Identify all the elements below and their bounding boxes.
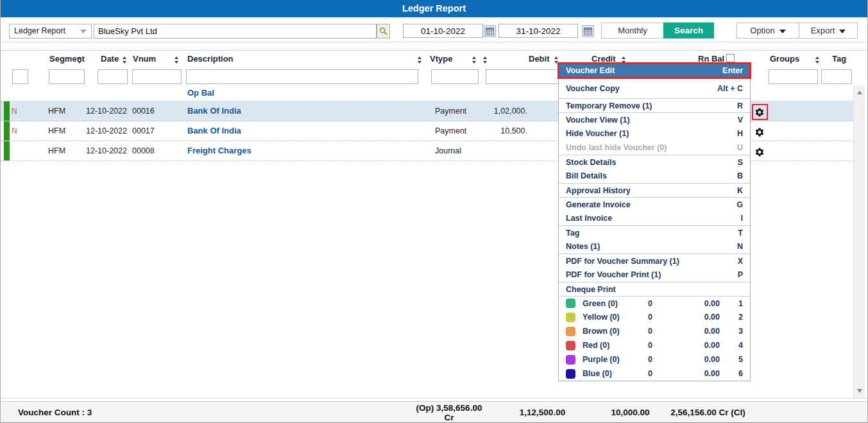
- menu-shortcut: U: [737, 143, 743, 152]
- menu-item-color-brown[interactable]: Brown (0) 0 0.00 3: [559, 324, 750, 338]
- menu-item-label: Temporary Remove (1): [566, 101, 652, 110]
- report-type-select[interactable]: Ledger Report: [9, 24, 92, 39]
- cell-vtype: Journal: [435, 141, 461, 160]
- cell-vnum: 00008: [132, 141, 155, 160]
- export-button-label: Export: [811, 26, 835, 35]
- date-to-input[interactable]: [498, 24, 578, 38]
- cell-description-link[interactable]: Bank Of India: [187, 101, 241, 121]
- toolbar: Ledger Report Mont: [0, 17, 868, 42]
- scroll-down-arrow-icon[interactable]: [857, 389, 862, 393]
- op-bal-label: Op Bal: [187, 85, 214, 101]
- row-actions-gear-button[interactable]: [754, 127, 765, 138]
- menu-item-stock-details[interactable]: Stock Details S: [559, 155, 750, 169]
- menu-shortcut: I: [741, 214, 743, 223]
- menu-item-voucher-edit[interactable]: Voucher Edit Enter: [557, 62, 751, 79]
- account-search-input[interactable]: [94, 24, 377, 39]
- row-actions-gear-button[interactable]: [754, 147, 765, 158]
- cell-description-link[interactable]: Freight Charges: [187, 141, 251, 160]
- filter-input-groups[interactable]: [769, 69, 818, 84]
- menu-item-temporary-remove[interactable]: Temporary Remove (1) R: [559, 98, 750, 112]
- cell-date: 12-10-2022: [86, 101, 127, 121]
- sort-icon-vtype[interactable]: [472, 56, 477, 64]
- menu-item-generate-invoice[interactable]: Generate Invoice G: [559, 197, 750, 211]
- date-from-input[interactable]: [403, 24, 483, 38]
- menu-shortcut: R: [737, 101, 743, 110]
- menu-item-color-purple[interactable]: Purple (0) 0 0.00 5: [559, 352, 750, 367]
- menu-item-voucher-view[interactable]: Voucher View (1) V: [559, 112, 750, 126]
- menu-shortcut: B: [737, 171, 743, 180]
- menu-item-notes[interactable]: Notes (1) N: [559, 239, 750, 254]
- voucher-context-menu: Voucher Edit Enter Voucher Copy Alt + C …: [558, 62, 751, 381]
- menu-item-pdf-voucher-print[interactable]: PDF for Voucher Print (1) P: [559, 268, 750, 282]
- account-search-button[interactable]: [377, 24, 390, 39]
- vertical-scrollbar[interactable]: [853, 85, 865, 398]
- new-flag: N: [12, 101, 17, 121]
- column-header-date: Date: [101, 54, 119, 64]
- filter-input-tag[interactable]: [821, 69, 852, 84]
- sort-icon-date[interactable]: [123, 56, 127, 64]
- filter-input-segment[interactable]: [49, 69, 85, 84]
- export-dropdown-button[interactable]: Export: [799, 22, 858, 39]
- cell-date: 12-10-2022: [86, 121, 127, 141]
- menu-item-pdf-voucher-summary[interactable]: PDF for Voucher Summary (1) X: [559, 254, 750, 268]
- menu-item-last-invoice[interactable]: Last Invoice I: [559, 211, 750, 225]
- cell-date: 12-10-2022: [86, 141, 127, 160]
- color-swatch-icon: [566, 355, 575, 365]
- menu-item-label: Voucher View (1): [566, 116, 630, 125]
- menu-item-label: PDF for Voucher Summary (1): [566, 257, 679, 266]
- filter-input-date[interactable]: [98, 69, 128, 84]
- closing-balance: 2,56,156.00 Cr (Cl): [658, 408, 758, 417]
- calendar-icon: [486, 28, 494, 35]
- menu-item-label: Generate Invoice: [566, 200, 631, 209]
- menu-item-color-yellow[interactable]: Yellow (0) 0 0.00 2: [559, 310, 750, 324]
- filter-input-select[interactable]: [12, 69, 28, 84]
- menu-item-tag[interactable]: Tag T: [559, 225, 750, 239]
- scroll-up-arrow-icon[interactable]: [857, 91, 862, 94]
- sort-icon-vnum[interactable]: [174, 56, 179, 64]
- color-name: Purple (0): [583, 355, 648, 364]
- sort-icon-segment[interactable]: [78, 56, 82, 64]
- color-amount: 0.00: [677, 313, 720, 322]
- color-name: Green (0): [583, 299, 648, 308]
- filter-input-vtype[interactable]: [431, 69, 479, 84]
- menu-item-approval-history[interactable]: Approval History K: [559, 183, 750, 197]
- filter-input-debit[interactable]: [486, 69, 564, 84]
- menu-item-color-red[interactable]: Red (0) 0 0.00 4: [559, 338, 750, 352]
- menu-shortcut: P: [738, 270, 743, 279]
- color-count: 0: [648, 299, 677, 308]
- search-button[interactable]: Search: [663, 22, 714, 39]
- monthly-button[interactable]: Monthly: [601, 22, 664, 39]
- date-to-calendar-button[interactable]: [582, 25, 594, 37]
- menu-item-color-blue[interactable]: Blue (0) 0 0.00 6: [559, 367, 750, 381]
- menu-shortcut: Alt + C: [716, 85, 743, 93]
- calendar-icon: [584, 28, 592, 35]
- cell-description-link[interactable]: Bank Of India: [187, 121, 241, 141]
- menu-item-hide-voucher[interactable]: Hide Voucher (1) H: [559, 126, 750, 141]
- filter-input-vnum[interactable]: [132, 69, 182, 84]
- menu-item-cheque-print[interactable]: Cheque Print: [559, 282, 750, 296]
- report-type-select-value: Ledger Report: [14, 26, 65, 35]
- sort-icon-amount[interactable]: [483, 56, 488, 64]
- menu-item-color-green[interactable]: Green (0) 0 0.00 1: [559, 296, 750, 310]
- menu-item-voucher-copy[interactable]: Voucher Copy Alt + C: [559, 79, 750, 98]
- option-button-label: Option: [750, 26, 774, 35]
- menu-shortcut: X: [738, 257, 743, 266]
- monthly-button-label: Monthly: [618, 26, 647, 35]
- color-amount: 0.00: [677, 299, 720, 308]
- title-bar: Ledger Report: [0, 0, 868, 17]
- color-count: 0: [648, 327, 677, 336]
- color-shortcut: 2: [720, 313, 743, 322]
- rn-bal-select-all-checkbox[interactable]: [726, 54, 735, 62]
- color-shortcut: 3: [720, 327, 743, 336]
- column-header-tag: Tag: [832, 54, 846, 64]
- date-from-calendar-button[interactable]: [484, 25, 496, 37]
- opening-balance-line1: (Op) 3,58,656.00: [404, 403, 494, 413]
- menu-item-bill-details[interactable]: Bill Details B: [559, 169, 750, 183]
- option-dropdown-button[interactable]: Option: [736, 22, 799, 39]
- filter-input-description[interactable]: [186, 69, 418, 84]
- menu-item-label: PDF for Voucher Print (1): [566, 270, 661, 279]
- sort-icon-description[interactable]: [418, 56, 422, 64]
- menu-shortcut: N: [737, 242, 743, 251]
- menu-item-label: Bill Details: [566, 171, 607, 180]
- sort-icon-groups[interactable]: [815, 56, 820, 64]
